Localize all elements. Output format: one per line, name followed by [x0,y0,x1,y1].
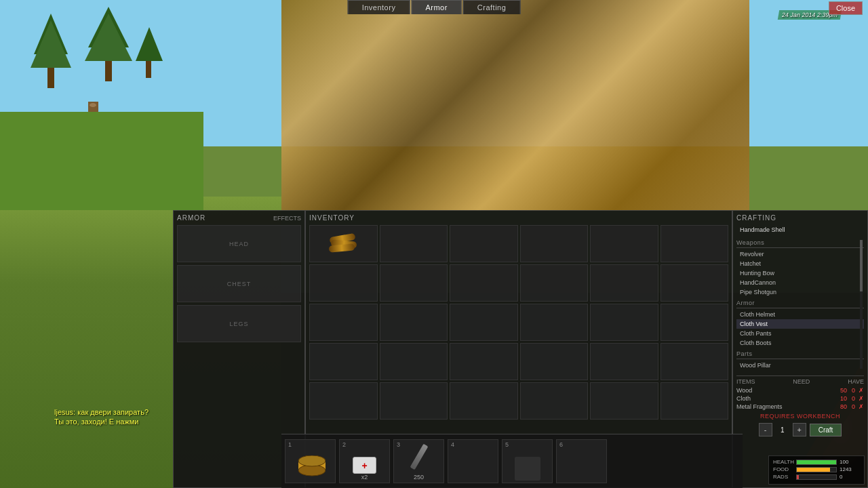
item-row-metal: Metal Fragments 80 0 ✗ [736,403,864,410]
item-name-wood: Wood [736,387,752,394]
craft-item-handcannon[interactable]: HandCannon [736,278,864,287]
inv-cell-3-4[interactable] [590,343,658,380]
craft-quantity: 1 [776,426,789,434]
trees-left [0,0,203,210]
armor-slot-legs-label: LEGS [229,321,248,327]
inv-cell-2-1[interactable] [380,304,448,341]
inv-cell-0-5[interactable] [660,225,729,262]
inv-cell-2-4[interactable] [590,304,658,341]
item-have-metal: 0 [852,403,855,410]
craft-section-parts: Parts [736,349,864,359]
inv-cell-3-1[interactable] [380,343,448,380]
craft-item-cloth-helmet[interactable]: Cloth Helmet [736,310,864,319]
hotbar-slot-6[interactable]: 6 [556,439,607,483]
crafting-panel: CRAFTING Handmade Shell Weapons Revolver… [732,210,868,488]
trees-svg [0,0,203,210]
craft-plus-button[interactable]: + [793,423,806,436]
craft-item-cloth-pants[interactable]: Cloth Pants [736,329,864,338]
inv-cell-2-3[interactable] [520,304,589,341]
inv-cell-3-2[interactable] [450,343,518,380]
craft-section-armor: Armor [736,298,864,308]
inv-cell-1-4[interactable] [590,264,658,302]
craft-controls: - 1 + Craft [736,423,864,436]
item-x-wood: ✗ [859,387,864,394]
inv-cell-1-3[interactable] [520,264,589,302]
hotbar-item-3 [416,440,422,474]
item-have-wood: 0 [852,387,855,394]
craft-item-cloth-vest[interactable]: Cloth Vest [736,319,864,329]
craft-item-wood-pillar[interactable]: Wood Pillar [736,361,864,370]
craft-item-hunting-bow[interactable]: Hunting Bow [736,268,864,278]
armor-slot-legs[interactable]: LEGS [177,305,301,342]
hotbar-slot-1[interactable]: 1 [285,439,336,483]
requires-workbench-label: REQUIRES WORKBENCH [736,413,864,420]
inventory-grid [309,225,728,420]
hotbar-num-2: 2 [342,441,346,448]
hotbar-slot-5[interactable]: 5 [502,439,553,483]
inventory-panel-title: INVENTORY [309,214,728,222]
inv-cell-1-0[interactable] [309,264,378,302]
item-name-metal: Metal Fragments [736,403,783,410]
items-col-label: ITEMS [736,378,755,385]
craft-item-wood-foundation[interactable]: Wood Foundation [736,370,864,372]
hotbar-num-6: 6 [559,441,563,448]
craft-minus-button[interactable]: - [759,423,772,436]
inv-cell-4-2[interactable] [450,382,518,420]
craft-item-revolver[interactable]: Revolver [736,249,864,259]
svg-point-17 [298,455,326,466]
armor-slot-chest[interactable]: CHEST [177,265,301,302]
inv-cell-4-1[interactable] [380,382,448,420]
inv-cell-4-3[interactable] [520,382,589,420]
bark-texture [281,0,749,210]
inv-cell-1-1[interactable] [380,264,448,302]
hotbar-item-5 [515,457,540,481]
inv-cell-3-5[interactable] [660,343,729,380]
tab-armor[interactable]: Armor [411,0,461,14]
tab-inventory[interactable]: Inventory [348,0,410,14]
craft-item-cloth-boots[interactable]: Cloth Boots [736,338,864,348]
items-header: ITEMS NEED HAVE [736,378,864,385]
inv-cell-0-4[interactable] [590,225,658,262]
inv-cell-3-0[interactable] [309,343,378,380]
close-button[interactable]: Close [829,1,863,15]
hotbar-slot-3[interactable]: 3 250 [393,439,444,483]
item-have-cloth: 0 [852,395,855,402]
inv-cell-2-2[interactable] [450,304,518,341]
item-row-wood: Wood 50 0 ✗ [736,387,864,394]
craft-section-weapons: Weapons [736,238,864,248]
crafting-scrollbar[interactable] [860,240,863,369]
hotbar-count-2: x2 [361,474,368,481]
inv-cell-4-0[interactable] [309,382,378,420]
inv-cell-0-3[interactable] [520,225,589,262]
armor-slot-chest-label: CHEST [227,281,252,287]
hotbar-num-4: 4 [451,441,454,448]
inv-cell-1-2[interactable] [450,264,518,302]
hotbar-num-1: 1 [288,441,292,448]
crafting-panel-title: CRAFTING [736,214,864,222]
armor-slot-head[interactable]: HEAD [177,225,301,262]
top-navigation: Inventory Armor Crafting [348,0,521,14]
inv-cell-0-0[interactable] [309,225,378,262]
hotbar-slot-2[interactable]: 2 x2 [339,439,390,483]
svg-rect-6 [105,61,112,81]
armor-panel-title: ARMOR [177,214,205,222]
hotbar-item-1 [295,453,326,481]
hotbar-slot-4[interactable]: 4 [448,439,498,483]
craft-item-hatchet[interactable]: Hatchet [736,259,864,268]
inv-cell-4-4[interactable] [590,382,658,420]
inv-cell-3-3[interactable] [520,343,589,380]
inv-cell-2-0[interactable] [309,304,378,341]
svg-rect-8 [146,61,151,78]
inv-cell-4-5[interactable] [660,382,729,420]
craft-item-pipe-shotgun[interactable]: Pipe Shotgun [736,287,864,297]
inv-cell-2-5[interactable] [660,304,729,341]
inv-cell-0-2[interactable] [450,225,518,262]
craft-button[interactable]: Craft [810,424,842,436]
hotbar: 1 2 x2 3 250 4 5 6 [281,434,743,488]
inv-cell-0-1[interactable] [380,225,448,262]
tab-crafting[interactable]: Crafting [463,0,521,14]
crafting-featured-item[interactable]: Handmade Shell [736,225,864,235]
inv-cell-1-5[interactable] [660,264,729,302]
items-col-need: NEED [793,378,810,385]
hotbar-num-5: 5 [505,441,509,448]
